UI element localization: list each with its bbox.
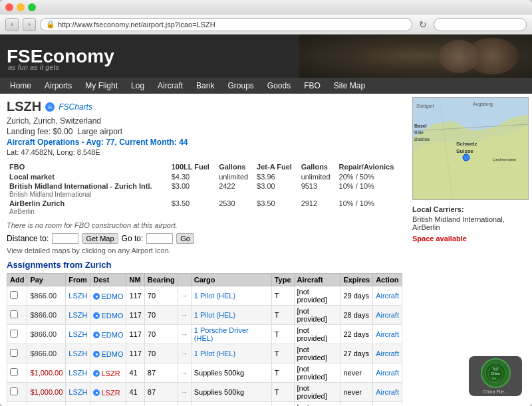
action-link[interactable]: Aircraft [376, 311, 399, 319]
get-map-button[interactable]: Get Map [82, 233, 118, 244]
action-link[interactable]: Aircraft [376, 330, 399, 338]
watermark-inner: 飞行 China Flie... China Flie... [481, 358, 511, 394]
fbo-col-gal100: Gallons [216, 161, 254, 172]
nm-cell: 41 [126, 402, 144, 407]
bearing-cell: 87 [144, 383, 178, 402]
expires-cell: 28 days [340, 306, 373, 325]
from-cell: LSZH [66, 325, 90, 344]
main-content: LSZH ☠ FSCharts Zurich, Zurich, Switzerl… [0, 94, 532, 406]
dest-cell: ● EDMO [90, 306, 126, 325]
nav-sitemap[interactable]: Site Map [327, 78, 372, 94]
distance-input[interactable] [52, 233, 78, 244]
expires-cell: never [340, 363, 373, 383]
svg-text:Augsburg: Augsburg [473, 102, 493, 107]
nav-myflight[interactable]: My Flight [78, 78, 124, 94]
aircraft-cell: [not provided] [294, 402, 340, 407]
expires-cell: 22 days [340, 325, 373, 344]
nav-goods[interactable]: Goods [261, 78, 297, 94]
airport-landing-fee: Landing fee: $0.00 Large airport [7, 127, 402, 136]
arrow-cell: → [178, 383, 191, 402]
map-container: Stuttgart Augsburg Basel Bâle Basilea Sc… [412, 97, 529, 200]
minimize-button[interactable] [17, 3, 25, 11]
cargo-cell: 1 Pilot (HEL) [191, 306, 271, 325]
col-dest: Dest [90, 274, 126, 286]
nav-home[interactable]: Home [3, 78, 38, 94]
svg-text:Basel: Basel [414, 124, 427, 128]
action-cell: Aircraft [373, 383, 402, 402]
svg-text:飞行: 飞行 [492, 367, 499, 371]
go-button[interactable]: Go [176, 233, 194, 244]
action-link[interactable]: Aircraft [376, 369, 399, 377]
nav-log[interactable]: Log [124, 78, 151, 94]
arrow-cell: → [178, 344, 191, 363]
fbo-repair-local: 20% / 50% [336, 172, 402, 181]
cargo-cell: Supplies 500kg [191, 402, 271, 407]
cargo-cell: 1 Porsche Driver (HEL) [191, 325, 271, 344]
nav-bank[interactable]: Bank [190, 78, 221, 94]
col-action: Action [373, 274, 402, 286]
bearing-cell: 70 [144, 325, 178, 344]
back-button[interactable]: ‹ [5, 18, 19, 31]
aircraft-cell: [not provided] [294, 286, 340, 306]
fbo-row-local: Local market $4.30 unlimited $3.96 unlim… [7, 172, 402, 181]
from-cell: LSZH [66, 383, 90, 402]
assignment-row: $1,000.00 LSZH ● LSZR 41 87 → Supplies 5… [7, 402, 402, 407]
action-cell: Aircraft [373, 363, 402, 383]
action-cell: Aircraft [373, 286, 402, 306]
col-type: Type [271, 274, 294, 286]
close-button[interactable] [5, 3, 13, 11]
from-cell: LSZH [66, 306, 90, 325]
bearing-cell: 70 [144, 306, 178, 325]
fbo-col-galjeta: Gallons [299, 161, 336, 172]
dest-cell: ● LSZR [90, 402, 126, 407]
svg-text:Schweiz: Schweiz [456, 141, 477, 147]
add-checkbox[interactable] [10, 291, 18, 299]
col-pay: Pay [27, 274, 66, 286]
action-link[interactable]: Aircraft [376, 388, 399, 396]
search-input[interactable] [434, 18, 527, 31]
nav-fbo[interactable]: FBO [297, 78, 327, 94]
nav-airports[interactable]: Airports [38, 78, 78, 94]
svg-text:Stuttgart: Stuttgart [416, 104, 434, 109]
arrow-cell: → [178, 306, 191, 325]
refresh-button[interactable]: ↻ [416, 18, 430, 31]
goto-input[interactable] [146, 233, 173, 244]
fbo-row-british: British Midland International - Zurich I… [7, 181, 402, 199]
assignment-row: $866.00 LSZH ● EDMO 117 70 → 1 Pilot (HE… [7, 306, 402, 325]
nav-groups[interactable]: Groups [221, 78, 260, 94]
col-aircraft: Aircraft [294, 274, 340, 286]
fbo-fuelJetA-local: $3.96 [254, 172, 299, 181]
action-cell: Aircraft [373, 306, 402, 325]
assignments-table: Add Pay From Dest NM Bearing Cargo Type … [7, 273, 402, 406]
fbo-col-jeta: Jet-A Fuel [254, 161, 299, 172]
add-checkbox[interactable] [10, 330, 18, 338]
airport-name: Zurich, Zurich, Switzerland [7, 116, 402, 126]
add-checkbox[interactable] [10, 368, 18, 376]
svg-text:Basilea: Basilea [414, 137, 430, 142]
fbo-col-repair: Repair/Avionics [336, 161, 402, 172]
url-text: http://www.fseconomy.net/airport.jsp?ica… [58, 21, 215, 29]
aircraft-cell: [not provided] [294, 306, 340, 325]
add-checkbox[interactable] [10, 310, 18, 318]
distance-row: Distance to: Get Map Go to: Go [7, 233, 402, 244]
aircraft-cell: [not provided] [294, 344, 340, 363]
forward-button[interactable]: › [23, 18, 36, 31]
carrier-names: British Midland International, AirBerlin [412, 215, 529, 231]
local-carriers: Local Carriers: British Midland Internat… [412, 205, 529, 243]
fscharts-link[interactable]: FSCharts [59, 102, 92, 112]
action-cell: Aircraft [373, 344, 402, 363]
watermark-logo: 飞行 China Flie... [481, 358, 511, 388]
cargo-cell: Supplies 500kg [191, 363, 271, 383]
action-link[interactable]: Aircraft [376, 292, 399, 300]
type-cell: T [271, 383, 294, 402]
action-link[interactable]: Aircraft [376, 350, 399, 357]
address-bar[interactable]: 🔒 http://www.fseconomy.net/airport.jsp?i… [40, 18, 412, 31]
maximize-button[interactable] [28, 3, 36, 11]
title-bar [0, 0, 532, 15]
airport-header: LSZH ☠ FSCharts [7, 99, 402, 114]
fbo-name-british: British Midland International - Zurich I… [7, 181, 169, 199]
add-checkbox[interactable] [10, 349, 18, 357]
nav-aircraft[interactable]: Aircraft [151, 78, 190, 94]
site-header: FSEconomy as fun as it gets [0, 35, 532, 78]
add-checkbox[interactable] [10, 387, 18, 395]
